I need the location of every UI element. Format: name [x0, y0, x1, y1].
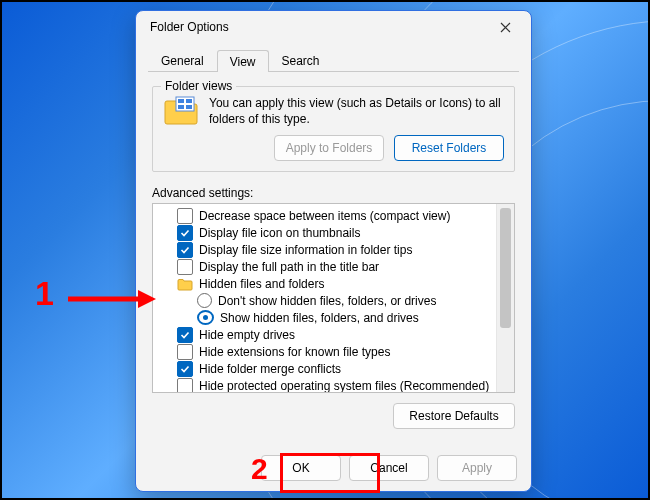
tab-content: Folder views You can apply this view (su…	[136, 72, 531, 449]
tab-view[interactable]: View	[217, 50, 269, 72]
scrollbar-thumb[interactable]	[500, 208, 511, 328]
setting-dont-show-hidden[interactable]: Don't show hidden files, folders, or dri…	[159, 292, 494, 309]
ok-button[interactable]: OK	[261, 455, 341, 481]
apply-to-folders-button[interactable]: Apply to Folders	[274, 135, 384, 161]
folder-views-legend: Folder views	[161, 79, 236, 93]
annotation-number-1: 1	[35, 274, 54, 313]
restore-defaults-button[interactable]: Restore Defaults	[393, 403, 515, 429]
close-button[interactable]	[485, 13, 525, 41]
folder-options-dialog: Folder Options General View Search Folde…	[135, 10, 532, 492]
setting-hide-merge-conflicts[interactable]: Hide folder merge conflicts	[159, 360, 494, 377]
svg-rect-3	[178, 105, 184, 109]
setting-show-hidden[interactable]: Show hidden files, folders, and drives	[159, 309, 494, 326]
checkbox-icon	[177, 344, 193, 360]
desktop-background: Folder Options General View Search Folde…	[0, 0, 650, 500]
setting-compact-view[interactable]: Decrease space between items (compact vi…	[159, 207, 494, 224]
setting-hide-extensions[interactable]: Hide extensions for known file types	[159, 343, 494, 360]
setting-size-in-tips[interactable]: Display file size information in folder …	[159, 241, 494, 258]
checkbox-icon	[177, 327, 193, 343]
close-icon	[500, 22, 511, 33]
checkbox-icon	[177, 242, 193, 258]
tab-general[interactable]: General	[148, 49, 217, 71]
checkbox-icon	[177, 361, 193, 377]
cancel-button[interactable]: Cancel	[349, 455, 429, 481]
setting-hide-empty-drives[interactable]: Hide empty drives	[159, 326, 494, 343]
dialog-footer: OK Cancel Apply	[136, 449, 531, 491]
scrollbar[interactable]	[496, 204, 514, 392]
radio-icon	[197, 310, 214, 325]
folder-views-text: You can apply this view (such as Details…	[209, 95, 504, 127]
setting-group-hidden: Hidden files and folders	[159, 275, 494, 292]
apply-button[interactable]: Apply	[437, 455, 517, 481]
folder-icon	[177, 277, 193, 291]
checkbox-icon	[177, 378, 193, 393]
reset-folders-button[interactable]: Reset Folders	[394, 135, 504, 161]
window-title: Folder Options	[150, 20, 229, 34]
checkbox-icon	[177, 225, 193, 241]
setting-full-path-titlebar[interactable]: Display the full path in the title bar	[159, 258, 494, 275]
svg-rect-2	[186, 99, 192, 103]
advanced-settings-list: Decrease space between items (compact vi…	[152, 203, 515, 393]
folder-views-group: Folder views You can apply this view (su…	[152, 86, 515, 172]
radio-icon	[197, 293, 212, 308]
checkbox-icon	[177, 208, 193, 224]
setting-hide-os-files[interactable]: Hide protected operating system files (R…	[159, 377, 494, 392]
setting-file-icon-thumbnails[interactable]: Display file icon on thumbnails	[159, 224, 494, 241]
svg-rect-4	[186, 105, 192, 109]
tab-search[interactable]: Search	[269, 49, 333, 71]
checkbox-icon	[177, 259, 193, 275]
advanced-settings-label: Advanced settings:	[152, 186, 515, 200]
tab-strip: General View Search	[148, 47, 519, 72]
svg-rect-1	[178, 99, 184, 103]
titlebar[interactable]: Folder Options	[136, 11, 531, 43]
folder-icon	[163, 95, 199, 125]
